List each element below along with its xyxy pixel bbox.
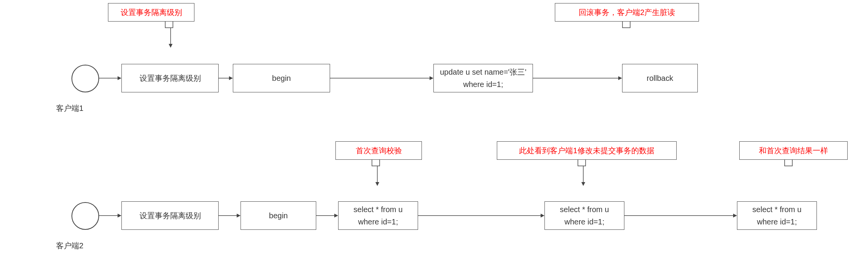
arrow-box1-box2 xyxy=(219,76,233,80)
callout-tail-row2-firstquery xyxy=(372,160,387,167)
callout-text: 设置事务隔离级别 xyxy=(121,7,182,18)
box-row1-begin: begin xyxy=(233,64,330,92)
svg-marker-23 xyxy=(733,214,737,218)
box-text: rollback xyxy=(647,72,673,84)
callout-text: 此处看到客户端1修改未提交事务的数据 xyxy=(519,146,654,156)
arrow-box3-box4 xyxy=(533,76,622,80)
arrow-callout-row2-1 xyxy=(375,166,380,186)
arrow-r2-box3-box4 xyxy=(418,213,544,218)
box-text: 设置事务隔离级别 xyxy=(139,209,201,222)
callout-row2-firstquery: 首次查询校验 xyxy=(335,141,422,160)
callout-tail-row1-setlevel xyxy=(165,22,181,28)
label-client2: 客户端2 xyxy=(56,241,83,251)
callout-tail-row2-dirtyread xyxy=(578,160,593,167)
box-row2-select2: select * from u where id=1; xyxy=(544,201,624,230)
svg-marker-5 xyxy=(229,76,233,80)
svg-marker-19 xyxy=(334,214,338,218)
arrow-r2-box1-box2 xyxy=(219,213,241,218)
box-text: begin xyxy=(269,209,288,222)
svg-marker-11 xyxy=(375,182,379,186)
svg-marker-13 xyxy=(581,182,585,186)
svg-marker-9 xyxy=(618,76,622,80)
label-client1: 客户端1 xyxy=(56,103,83,114)
svg-marker-3 xyxy=(118,76,121,80)
callout-row1-setlevel: 设置事务隔离级别 xyxy=(108,3,194,22)
box-text-line2: where id=1; xyxy=(358,216,398,228)
box-text-line1: update u set name='张三' xyxy=(440,66,526,78)
arrow-circle2-box1 xyxy=(99,213,121,218)
callout-row2-dirtyread: 此处看到客户端1修改未提交事务的数据 xyxy=(497,141,677,160)
box-text-line1: select * from u xyxy=(560,203,609,216)
arrow-circle1-box1 xyxy=(99,76,121,80)
callout-row2-sameresult: 和首次查询结果一样 xyxy=(739,141,848,160)
box-text-line2: where id=1; xyxy=(564,216,604,228)
box-row2-select1: select * from u where id=1; xyxy=(338,201,418,230)
box-text-line1: select * from u xyxy=(752,203,802,216)
box-text-line2: where id=1; xyxy=(757,216,797,228)
callout-text: 首次查询校验 xyxy=(356,146,402,156)
svg-marker-7 xyxy=(430,76,433,80)
box-row1-setlevel: 设置事务隔离级别 xyxy=(121,64,219,92)
callout-tail-row1-rollback xyxy=(622,22,638,28)
svg-marker-17 xyxy=(237,214,241,218)
circle-client1 xyxy=(71,65,99,92)
circle-client2 xyxy=(71,202,99,230)
arrow-callout1-to-box1 xyxy=(168,28,173,48)
arrow-r2-box2-box3 xyxy=(316,213,338,218)
callout-row1-rollback: 回滚事务，客户端2产生脏读 xyxy=(555,3,699,22)
box-row1-update: update u set name='张三' where id=1; xyxy=(433,64,533,92)
box-text-line1: select * from u xyxy=(354,203,403,216)
box-text: begin xyxy=(272,72,291,84)
svg-marker-15 xyxy=(118,214,121,218)
callout-text: 回滚事务，客户端2产生脏读 xyxy=(579,7,675,18)
callout-tail-row2-sameresult xyxy=(785,160,800,167)
box-row2-select3: select * from u where id=1; xyxy=(737,201,817,230)
box-row2-begin: begin xyxy=(241,201,316,230)
arrow-box2-box3 xyxy=(330,76,433,80)
arrow-callout-row2-2 xyxy=(581,166,586,186)
box-text-line2: where id=1; xyxy=(463,78,503,90)
box-row1-rollback: rollback xyxy=(622,64,698,92)
callout-text: 和首次查询结果一样 xyxy=(759,146,828,156)
arrow-r2-box4-box5 xyxy=(624,213,737,218)
svg-marker-1 xyxy=(169,44,173,48)
box-text: 设置事务隔离级别 xyxy=(139,72,201,84)
box-row2-setlevel: 设置事务隔离级别 xyxy=(121,201,219,230)
svg-marker-21 xyxy=(541,214,544,218)
